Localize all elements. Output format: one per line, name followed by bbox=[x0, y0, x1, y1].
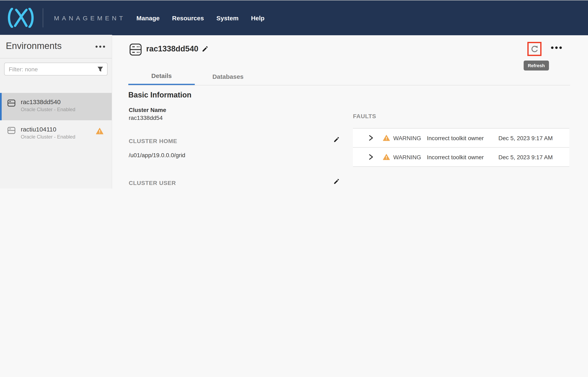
severity-label: WARNING bbox=[393, 154, 421, 160]
filter-funnel-icon[interactable] bbox=[97, 66, 103, 72]
environment-list-item-ractiu104110[interactable]: ractiu104110 Oracle Cluster - Enabled bbox=[0, 120, 112, 148]
chevron-right-icon[interactable] bbox=[369, 154, 375, 160]
brand-label: MANAGEMENT bbox=[54, 14, 125, 21]
basic-information-section: Basic Information Cluster Name rac1338dd… bbox=[128, 91, 346, 188]
top-navigation-bar: MANAGEMENT Manage Resources System Help bbox=[0, 0, 588, 35]
delphix-logo-icon bbox=[7, 8, 35, 28]
cluster-user-label: CLUSTER USER bbox=[129, 180, 176, 186]
section-title: Basic Information bbox=[128, 91, 191, 100]
cluster-home-label: CLUSTER HOME bbox=[129, 138, 177, 144]
host-server-icon bbox=[7, 127, 15, 136]
fault-severity: WARNING bbox=[383, 154, 427, 160]
faults-section: FAULTS WARNING Incorrect toolkit owner D… bbox=[353, 113, 569, 167]
fault-row[interactable]: WARNING Incorrect toolkit owner Dec 5, 2… bbox=[353, 129, 569, 148]
severity-label: WARNING bbox=[393, 135, 421, 141]
fault-date: Dec 5, 2023 9:17 AM bbox=[498, 135, 553, 141]
environment-status: Oracle Cluster - Enabled bbox=[21, 134, 75, 140]
sidebar-title: Environments bbox=[6, 41, 62, 51]
environment-status: Oracle Cluster - Enabled bbox=[21, 106, 75, 112]
fault-title: Incorrect toolkit owner bbox=[427, 135, 498, 141]
edit-title-pencil-icon[interactable] bbox=[202, 46, 208, 54]
environment-detail-panel: rac1338dd540 Refresh Details Databases B… bbox=[112, 35, 588, 188]
page-title: rac1338dd540 bbox=[146, 44, 198, 54]
warning-triangle-icon bbox=[383, 154, 390, 160]
menu-item-manage[interactable]: Manage bbox=[137, 14, 160, 21]
app-window: MANAGEMENT Manage Resources System Help … bbox=[0, 0, 588, 188]
cluster-host-icon bbox=[130, 44, 142, 57]
environment-filter bbox=[4, 63, 108, 75]
warning-triangle-icon bbox=[383, 135, 390, 141]
sidebar-divider bbox=[0, 58, 112, 59]
sidebar-header: Environments bbox=[0, 35, 112, 58]
fault-title: Incorrect toolkit owner bbox=[427, 154, 498, 160]
environments-sidebar: Environments rac1338dd540 Oracle Cl bbox=[0, 35, 112, 188]
edit-cluster-home-pencil-icon[interactable] bbox=[333, 136, 340, 144]
menu-item-system[interactable]: System bbox=[216, 14, 238, 21]
chevron-right-icon[interactable] bbox=[369, 135, 375, 141]
tab-details[interactable]: Details bbox=[128, 68, 195, 85]
menu-item-resources[interactable]: Resources bbox=[172, 14, 204, 21]
header-more-menu-icon[interactable] bbox=[551, 47, 562, 49]
tab-databases[interactable]: Databases bbox=[195, 68, 261, 85]
detail-tabs: Details Databases bbox=[128, 68, 570, 85]
faults-table: WARNING Incorrect toolkit owner Dec 5, 2… bbox=[353, 128, 569, 167]
refresh-button[interactable] bbox=[527, 42, 541, 56]
cluster-name-label: Cluster Name bbox=[129, 106, 166, 113]
cluster-home-value: /u01/app/19.0.0.0/grid bbox=[129, 152, 185, 158]
fault-severity: WARNING bbox=[383, 135, 427, 141]
topbar-divider bbox=[43, 8, 43, 27]
environment-list: rac1338dd540 Oracle Cluster - Enabled ra… bbox=[0, 93, 112, 148]
fault-row[interactable]: WARNING Incorrect toolkit owner Dec 5, 2… bbox=[353, 148, 569, 167]
fault-date: Dec 5, 2023 9:17 AM bbox=[498, 154, 553, 160]
host-server-icon bbox=[7, 100, 15, 108]
sidebar-more-menu-icon[interactable] bbox=[96, 46, 105, 48]
filter-input[interactable] bbox=[5, 66, 97, 72]
menu-item-help[interactable]: Help bbox=[251, 14, 264, 21]
edit-cluster-user-pencil-icon[interactable] bbox=[333, 178, 340, 186]
environment-name: rac1338dd540 bbox=[21, 98, 61, 105]
faults-heading: FAULTS bbox=[353, 113, 569, 119]
top-menu: Manage Resources System Help bbox=[137, 14, 264, 21]
environment-list-item-rac1338dd540[interactable]: rac1338dd540 Oracle Cluster - Enabled bbox=[0, 93, 112, 120]
environment-name: ractiu104110 bbox=[21, 126, 56, 133]
cluster-name-value: rac1338dd54 bbox=[129, 115, 163, 121]
warning-triangle-icon bbox=[96, 128, 103, 136]
